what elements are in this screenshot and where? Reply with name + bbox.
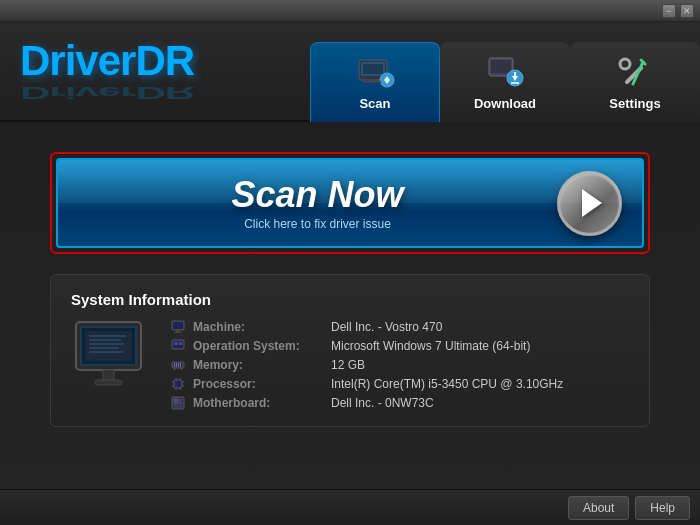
svg-rect-38 — [174, 368, 175, 370]
svg-rect-36 — [178, 363, 179, 367]
svg-rect-28 — [174, 332, 182, 333]
svg-rect-2 — [363, 64, 383, 74]
download-tab-icon — [485, 54, 525, 92]
table-row: Operation System: Microsoft Windows 7 Ul… — [171, 339, 629, 353]
scan-tab-icon — [355, 54, 395, 92]
table-row: Memory: 12 GB — [171, 358, 629, 372]
about-button[interactable]: About — [568, 496, 629, 520]
svg-rect-23 — [103, 370, 114, 380]
scan-now-text-group: Scan Now Click here to fix driver issue — [78, 175, 557, 231]
window-controls: − ✕ — [662, 4, 694, 18]
scan-tab-label: Scan — [359, 96, 390, 111]
svg-rect-24 — [95, 380, 122, 385]
scan-now-title: Scan Now — [231, 175, 403, 215]
svg-rect-51 — [174, 399, 178, 403]
tab-scan[interactable]: Scan — [310, 42, 440, 122]
tab-settings[interactable]: Settings — [570, 42, 700, 122]
monitor-icon — [71, 320, 151, 395]
settings-tab-label: Settings — [609, 96, 660, 111]
system-info-title: System Information — [71, 291, 629, 308]
memory-label: Memory: — [193, 358, 323, 372]
help-button[interactable]: Help — [635, 496, 690, 520]
nav-tabs: Scan Download — [310, 22, 700, 122]
logo-text: DriverDR — [20, 40, 194, 82]
svg-rect-52 — [179, 399, 182, 401]
motherboard-label: Motherboard: — [193, 396, 323, 410]
footer: About Help — [0, 489, 700, 525]
app-container: DriverDR DriverDR Scan — [0, 22, 700, 525]
logo-reflection: DriverDR — [20, 88, 194, 96]
system-info-container: System Information — [50, 274, 650, 427]
header: DriverDR DriverDR Scan — [0, 22, 700, 122]
os-value: Microsoft Windows 7 Ultimate (64-bit) — [331, 339, 530, 353]
memory-value: 12 GB — [331, 358, 365, 372]
svg-rect-53 — [179, 402, 182, 404]
table-row: Processor: Intel(R) Core(TM) i5-3450 CPU… — [171, 377, 629, 391]
machine-value: Dell Inc. - Vostro 470 — [331, 320, 442, 334]
processor-value: Intel(R) Core(TM) i5-3450 CPU @ 3.10GHz — [331, 377, 563, 391]
scan-now-subtitle: Click here to fix driver issue — [244, 217, 391, 231]
processor-label: Processor: — [193, 377, 323, 391]
svg-rect-6 — [491, 60, 511, 73]
logo-container: DriverDR DriverDR — [20, 40, 194, 103]
close-button[interactable]: ✕ — [680, 4, 694, 18]
minimize-button[interactable]: − — [662, 4, 676, 18]
motherboard-icon — [171, 396, 185, 410]
table-row: Machine: Dell Inc. - Vostro 470 — [171, 320, 629, 334]
svg-point-11 — [620, 59, 630, 69]
svg-rect-37 — [180, 363, 181, 367]
svg-rect-26 — [173, 322, 183, 329]
system-info-body: Machine: Dell Inc. - Vostro 470 — [71, 320, 629, 410]
system-info-table: Machine: Dell Inc. - Vostro 470 — [171, 320, 629, 410]
svg-rect-39 — [181, 368, 182, 370]
tab-download[interactable]: Download — [440, 42, 570, 122]
scan-arrow-icon — [557, 171, 622, 236]
svg-rect-35 — [176, 363, 177, 367]
table-row: Motherboard: Dell Inc. - 0NW73C — [171, 396, 629, 410]
processor-icon — [171, 377, 185, 391]
download-tab-label: Download — [474, 96, 536, 111]
settings-tab-icon — [615, 54, 655, 92]
title-bar: − ✕ — [0, 0, 700, 22]
main-content: Scan Now Click here to fix driver issue … — [0, 122, 700, 489]
svg-rect-34 — [174, 363, 175, 367]
scan-now-wrapper: Scan Now Click here to fix driver issue — [50, 152, 650, 254]
motherboard-value: Dell Inc. - 0NW73C — [331, 396, 434, 410]
svg-rect-31 — [174, 342, 178, 345]
os-icon — [171, 339, 185, 353]
os-label: Operation System: — [193, 339, 323, 353]
machine-icon — [171, 320, 185, 334]
svg-rect-27 — [176, 330, 180, 332]
scan-now-button[interactable]: Scan Now Click here to fix driver issue — [56, 158, 644, 248]
memory-icon — [171, 358, 185, 372]
svg-rect-32 — [179, 342, 182, 345]
machine-label: Machine: — [193, 320, 323, 334]
svg-rect-41 — [175, 381, 181, 387]
